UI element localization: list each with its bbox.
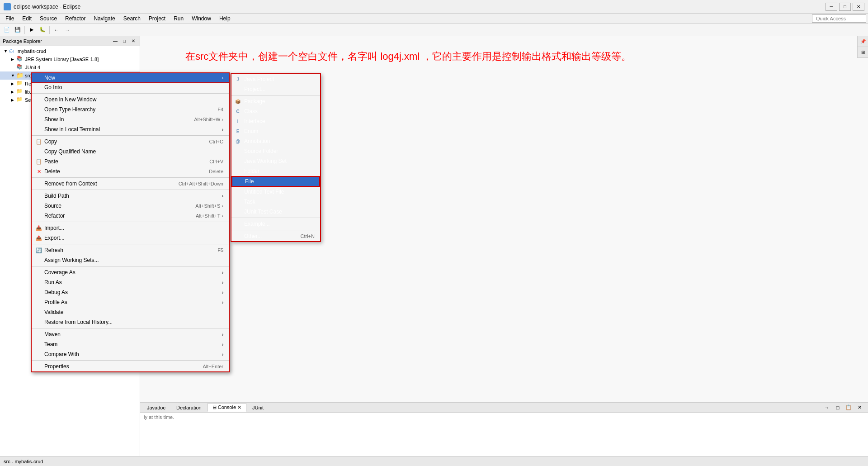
ctx-delete[interactable]: ✕ Delete Delete [32,166,229,176]
toolbar-debug[interactable]: 🐛 [38,25,47,35]
sub-label-junit-test: JUnit Test Case [244,209,282,215]
sub-other-shortcut: Ctrl+N [301,233,315,239]
sub-task[interactable]: Task [231,197,320,207]
sub-class[interactable]: C Class [231,106,320,116]
sub-java-working-set[interactable]: Java Working Set [231,156,320,166]
ctx-show-in-label: Show In [44,116,185,123]
ctx-run-as[interactable]: Run As › [32,277,229,287]
ctx-maven[interactable]: Maven › [32,329,229,339]
menu-help[interactable]: Help [216,14,234,23]
menu-refactor[interactable]: Refactor [61,14,89,23]
menu-edit[interactable]: Edit [19,14,35,23]
ctx-coverage-as[interactable]: Coverage As › [32,267,229,277]
ctx-team-arrow: › [222,342,223,347]
ctx-open-type-hierarchy[interactable]: Open Type Hierarchy F4 [32,105,229,114]
menu-navigate[interactable]: Navigate [90,14,118,23]
sub-annotation[interactable]: @ Annotation [231,136,320,146]
ctx-coverage-as-label: Coverage As [44,269,222,276]
ctx-restore-history[interactable]: Restore from Local History... [32,317,229,327]
bottom-toolbar-btn1[interactable]: → [822,403,832,413]
menu-search[interactable]: Search [120,14,144,23]
sub-java-project[interactable]: J Java Project [231,74,320,84]
sub-label-task: Task [244,199,255,205]
ctx-open-new-window[interactable]: Open in New Window [32,95,229,105]
bottom-toolbar-btn3[interactable]: 📋 [844,403,854,413]
sub-file[interactable]: File [231,176,320,187]
toolbar-run[interactable]: ▶ [27,25,37,35]
sub-example[interactable]: Example... [231,219,320,229]
minimize-panel-btn[interactable]: — [112,38,119,45]
maximize-button[interactable]: □ [839,3,851,11]
bottom-toolbar-btn2[interactable]: □ [833,403,843,413]
ctx-show-local-terminal[interactable]: Show in Local Terminal › [32,124,229,134]
toolbar-save[interactable]: 💾 [13,25,23,35]
ctx-debug-as[interactable]: Debug As › [32,287,229,297]
menu-project[interactable]: Project [145,14,169,23]
ctx-build-path[interactable]: Build Path › [32,191,229,201]
ctx-source[interactable]: Source Alt+Shift+S › [32,201,229,211]
ctx-export[interactable]: 📤 Export... [32,233,229,243]
ctx-copy-label: Copy [44,138,200,145]
ctx-show-in[interactable]: Show In Alt+Shift+W › [32,114,229,124]
ctx-properties[interactable]: Properties Alt+Enter [32,361,229,371]
menu-file[interactable]: File [2,14,18,23]
tree-item-mybatis-crud[interactable]: ▼ 🗂 mybatis-crud [0,47,140,55]
ctx-new[interactable]: New › J Java Project Project... 📦 Packag… [31,72,230,83]
ctx-copy-qualified[interactable]: Copy Qualified Name [32,147,229,157]
toolbar-new[interactable]: 📄 [2,25,12,35]
copy-icon: 📋 [35,138,42,145]
tab-declaration[interactable]: Declaration [171,404,207,412]
ctx-copy[interactable]: 📋 Copy Ctrl+C [32,137,229,147]
enum-icon: E [234,128,241,135]
sub-label-project: Project... [244,86,265,92]
menu-run[interactable]: Run [170,14,187,23]
minimize-button[interactable]: ─ [826,3,837,11]
sub-folder[interactable]: Folder [231,166,320,176]
bottom-toolbar-close[interactable]: ✕ [854,403,864,413]
sub-interface[interactable]: I Interface [231,116,320,126]
ctx-validate[interactable]: Validate [32,307,229,317]
ctx-import[interactable]: 📥 Import... [32,223,229,233]
ctx-remove-context[interactable]: Remove from Context Ctrl+Alt+Shift+Down [32,179,229,189]
tab-console[interactable]: ⊟ Console ✕ [208,403,246,412]
tab-junit[interactable]: JUnit [247,404,269,412]
sub-source-folder[interactable]: Source Folder [231,146,320,156]
toolbar-forward[interactable]: → [62,25,72,35]
window-controls[interactable]: ─ □ ✕ [826,3,864,11]
sub-junit-test[interactable]: JUnit Test Case [231,207,320,217]
close-panel-btn[interactable]: ✕ [130,38,137,45]
ctx-open-new-window-label: Open in New Window [44,96,223,103]
quick-access-input[interactable] [812,14,866,23]
ctx-team[interactable]: Team › [32,339,229,349]
class-icon: C [234,108,241,115]
new-submenu: J Java Project Project... 📦 Package C Cl… [231,73,321,242]
right-icon-1[interactable]: 📌 [858,36,868,47]
toolbar-back[interactable]: ← [52,25,61,35]
menu-window[interactable]: Window [188,14,215,23]
ctx-refactor[interactable]: Refactor Alt+Shift+T › [32,211,229,221]
sub-untitled-text[interactable]: Untitled Text File [231,187,320,197]
ctx-build-path-arrow: › [222,194,223,199]
right-icon-2[interactable]: ⊞ [858,47,868,58]
ctx-refresh[interactable]: 🔄 Refresh F5 [32,245,229,255]
tab-javadoc[interactable]: Javadoc [142,404,170,412]
sub-package[interactable]: 📦 Package [231,96,320,106]
ctx-profile-as[interactable]: Profile As › [32,297,229,307]
ctx-compare-with[interactable]: Compare With › [32,349,229,359]
sub-project[interactable]: Project... [231,84,320,94]
sub-other[interactable]: Other... Ctrl+N [231,231,320,241]
ctx-assign-working-sets[interactable]: Assign Working Sets... [32,255,229,265]
ctx-debug-as-label: Debug As [44,289,222,295]
tree-label-mybatis-crud: mybatis-crud [18,48,46,54]
tree-item-junit[interactable]: 📚 JUnit 4 [0,63,140,71]
ctx-sep-7 [32,266,229,266]
tree-item-jre[interactable]: ▶ 📚 JRE System Library [JavaSE-1.8] [0,55,140,63]
menu-source[interactable]: Source [36,14,61,23]
close-button[interactable]: ✕ [853,3,864,11]
maximize-panel-btn[interactable]: □ [121,38,128,45]
ctx-assign-working-sets-label: Assign Working Sets... [44,257,223,263]
ctx-paste[interactable]: 📋 Paste Ctrl+V [32,157,229,166]
sub-enum[interactable]: E Enum [231,126,320,136]
ctx-go-into[interactable]: Go Into [32,82,229,92]
ctx-new-label: New [44,75,222,81]
